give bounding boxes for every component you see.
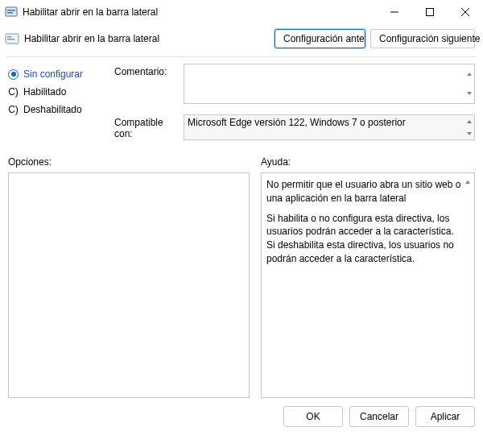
help-paragraph: Si habilita o no configura esta directiv… bbox=[266, 212, 463, 266]
svg-rect-0 bbox=[6, 7, 17, 16]
state-radio-group: Sin configurar C) Habilitado C) Deshabil… bbox=[8, 64, 114, 148]
radio-not-configured[interactable]: Sin configurar bbox=[8, 65, 114, 83]
policy-title: Habilitar abrir en la barra lateral bbox=[24, 33, 270, 44]
window-controls bbox=[377, 0, 483, 24]
help-label: Ayuda: bbox=[261, 153, 475, 172]
radio-disabled[interactable]: C) Deshabilitado bbox=[8, 101, 114, 118]
radio-label: Habilitado bbox=[23, 86, 66, 97]
window-title: Habilitar abrir en la barra lateral bbox=[23, 6, 377, 18]
svg-rect-1 bbox=[7, 10, 15, 11]
help-box[interactable]: No permitir que el usuario abra un sitio… bbox=[261, 172, 475, 398]
options-label: Opciones: bbox=[8, 153, 250, 172]
divider bbox=[6, 56, 477, 57]
policy-icon bbox=[5, 31, 19, 46]
compat-scroll[interactable] bbox=[464, 115, 474, 139]
ok-button[interactable]: OK bbox=[283, 406, 343, 427]
comment-label: Comentario: bbox=[114, 64, 184, 106]
dialog-footer: OK Cancelar Aplicar bbox=[0, 398, 483, 435]
next-setting-button[interactable]: Configuración siguiente bbox=[370, 29, 475, 48]
radio-label: Sin configurar bbox=[23, 68, 83, 80]
scroll-up-icon[interactable] bbox=[464, 115, 474, 127]
compat-label: Compatible con: bbox=[114, 114, 184, 140]
app-icon bbox=[5, 6, 18, 19]
radio-prefix: C) bbox=[8, 86, 19, 97]
radio-enabled[interactable]: C) Habilitado bbox=[8, 83, 114, 101]
compat-value: Microsoft Edge versión 122, Windows 7 o … bbox=[188, 117, 406, 128]
svg-rect-2 bbox=[7, 12, 13, 14]
radio-prefix: C) bbox=[8, 104, 19, 115]
scroll-up-icon[interactable] bbox=[464, 64, 474, 84]
svg-rect-5 bbox=[7, 36, 11, 38]
help-paragraph: No permitir que el usuario abra un sitio… bbox=[266, 178, 463, 205]
options-box[interactable] bbox=[8, 172, 250, 398]
comment-scroll[interactable] bbox=[464, 64, 474, 103]
options-panel: Opciones: bbox=[8, 153, 250, 398]
help-panel: Ayuda: No permitir que el usuario abra u… bbox=[261, 153, 475, 398]
scroll-down-icon[interactable] bbox=[464, 84, 474, 103]
maximize-button[interactable] bbox=[412, 0, 448, 24]
scroll-down-icon[interactable] bbox=[464, 127, 474, 139]
policy-header: Habilitar abrir en la barra lateral Conf… bbox=[0, 24, 483, 56]
minimize-button[interactable] bbox=[377, 0, 412, 24]
previous-setting-button[interactable]: Configuración anterior bbox=[275, 29, 365, 48]
compat-box: Microsoft Edge versión 122, Windows 7 o … bbox=[184, 114, 475, 140]
apply-button[interactable]: Aplicar bbox=[415, 406, 475, 427]
svg-rect-6 bbox=[7, 39, 14, 40]
close-button[interactable] bbox=[448, 0, 483, 24]
radio-indicator-icon bbox=[8, 69, 19, 80]
cancel-button[interactable]: Cancelar bbox=[349, 406, 409, 427]
radio-label: Deshabilitado bbox=[23, 104, 82, 115]
titlebar: Habilitar abrir en la barra lateral bbox=[0, 0, 483, 24]
scroll-up-icon[interactable] bbox=[464, 175, 473, 183]
comment-input[interactable] bbox=[184, 64, 475, 104]
svg-rect-3 bbox=[427, 9, 434, 16]
